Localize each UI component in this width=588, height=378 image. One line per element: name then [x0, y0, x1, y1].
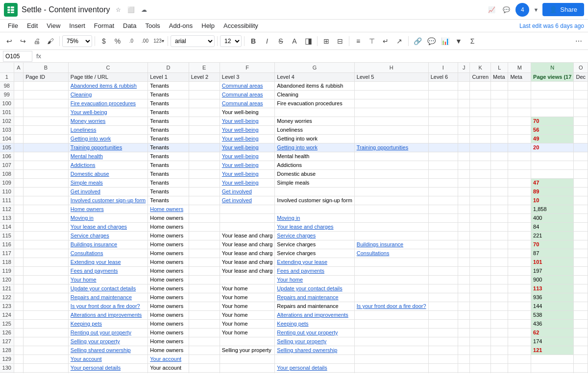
link-110-5[interactable]: Get involved	[222, 189, 252, 194]
col-G-header[interactable]: G	[275, 63, 354, 72]
col-N-header[interactable]: N	[531, 63, 574, 72]
link-button[interactable]: 🔗	[411, 35, 424, 47]
col-K-header[interactable]: K	[470, 63, 491, 72]
link-109-2[interactable]: Simple meals	[71, 180, 103, 186]
link-111-2[interactable]: Involved customer sign-up form	[71, 197, 146, 203]
link-114-6[interactable]: Your lease and charges	[277, 224, 333, 230]
link-105-2[interactable]: Training opportunities	[71, 144, 122, 150]
chart-button[interactable]: 📊	[439, 35, 451, 47]
link-123-2[interactable]: Is your front door a fire door?	[71, 303, 140, 309]
link-121-6[interactable]: Update your contact details	[277, 285, 342, 291]
link-119-2[interactable]: Fees and payments	[71, 268, 118, 274]
link-117-7[interactable]: Consultations	[357, 250, 390, 256]
menu-addons[interactable]: Add-ons	[165, 21, 196, 30]
link-99-2[interactable]: Cleaning	[71, 92, 92, 97]
link-120-2[interactable]: Your home	[71, 277, 97, 283]
number-format-button[interactable]: 123▾	[152, 35, 165, 47]
col-A-header[interactable]: A	[14, 63, 24, 72]
link-98-5[interactable]: Communal areas	[222, 83, 263, 89]
link-109-5[interactable]: Your well-being	[222, 180, 259, 186]
link-115-2[interactable]: Service charges	[71, 233, 109, 238]
col-B-header[interactable]: B	[24, 63, 69, 72]
rotate-button[interactable]: ↗	[393, 35, 406, 47]
link-104-2[interactable]: Getting into work	[71, 136, 111, 142]
link-126-6[interactable]: Renting out your property	[277, 330, 338, 335]
menu-tools[interactable]: Tools	[141, 21, 164, 30]
link-104-5[interactable]: Your well-being	[222, 136, 259, 142]
link-130-6[interactable]: Your personal details	[277, 365, 327, 371]
formula-input[interactable]	[45, 52, 585, 61]
user-avatar[interactable]: 4	[515, 3, 529, 17]
undo-button[interactable]: ↩	[3, 35, 16, 47]
comment-add-button[interactable]: 💬	[425, 35, 438, 47]
col-D-header[interactable]: D	[148, 63, 189, 72]
cell-reference-input[interactable]	[3, 51, 32, 62]
more-button[interactable]: ⋯	[572, 35, 585, 47]
link-128-6[interactable]: Selling shared ownership	[277, 347, 337, 353]
menu-accessibility[interactable]: Accessibility	[220, 21, 262, 30]
link-116-2[interactable]: Buildings insurance	[71, 241, 117, 247]
link-107-5[interactable]: Your well-being	[222, 162, 259, 168]
col-C-header[interactable]: C	[68, 63, 147, 72]
link-103-5[interactable]: Your well-being	[222, 127, 259, 133]
link-112-2[interactable]: Home owners	[71, 206, 104, 212]
link-129-3[interactable]: Your account	[150, 356, 181, 362]
link-99-5[interactable]: Communal areas	[222, 92, 263, 97]
col-M-header[interactable]: M	[508, 63, 531, 72]
function-button[interactable]: Σ	[466, 35, 479, 47]
spreadsheet-container[interactable]: A B C D E F G H I J K L M N O 1Page IDPa…	[0, 63, 588, 373]
strikethrough-button[interactable]: S	[274, 35, 287, 47]
zoom-select[interactable]: 75% 100%	[62, 35, 92, 47]
col-I-header[interactable]: I	[428, 63, 458, 72]
col-H-header[interactable]: H	[354, 63, 428, 72]
link-122-6[interactable]: Repairs and maintenance	[277, 294, 338, 300]
font-size-select[interactable]: 12	[220, 35, 242, 47]
decimal-more-button[interactable]: .00	[139, 35, 151, 47]
col-L-header[interactable]: L	[491, 63, 508, 72]
link-107-2[interactable]: Addictions	[71, 162, 96, 168]
italic-button[interactable]: I	[261, 35, 273, 47]
borders-button[interactable]: ⊞	[320, 35, 333, 47]
share-button[interactable]: 👤 Share	[542, 3, 584, 16]
link-125-2[interactable]: Keeping pets	[71, 321, 102, 327]
menu-insert[interactable]: Insert	[65, 21, 89, 30]
link-118-2[interactable]: Extending your lease	[71, 259, 121, 265]
link-120-6[interactable]: Your home	[277, 277, 303, 283]
decimal-less-button[interactable]: .0	[125, 35, 138, 47]
bold-button[interactable]: B	[247, 35, 260, 47]
col-O-header[interactable]: O	[574, 63, 588, 72]
col-F-header[interactable]: F	[220, 63, 275, 72]
menu-file[interactable]: File	[4, 21, 22, 30]
menu-edit[interactable]: Edit	[23, 21, 42, 30]
link-127-2[interactable]: Selling your property	[71, 338, 120, 344]
link-111-5[interactable]: Get involved	[222, 197, 252, 203]
link-130-2[interactable]: Your personal details	[71, 365, 121, 371]
link-121-2[interactable]: Update your contact details	[71, 285, 136, 291]
link-105-6[interactable]: Getting into work	[277, 144, 318, 150]
valign-button[interactable]: ⊤	[366, 35, 378, 47]
currency-button[interactable]: $	[98, 35, 110, 47]
align-button[interactable]: ≡	[352, 35, 365, 47]
folder-icon[interactable]: ⬜	[126, 4, 137, 15]
link-114-2[interactable]: Your lease and charges	[71, 224, 127, 230]
link-128-2[interactable]: Selling shared ownership	[71, 347, 131, 353]
filter-button[interactable]: ▼	[452, 35, 465, 47]
link-124-2[interactable]: Alterations and improvements	[71, 312, 142, 318]
link-102-2[interactable]: Money worries	[71, 118, 106, 124]
link-124-6[interactable]: Alterations and improvements	[277, 312, 348, 318]
activity-icon[interactable]: 📈	[486, 4, 497, 15]
link-112-3[interactable]: Home owners	[150, 206, 183, 212]
link-100-2[interactable]: Fire evacuation procedures	[71, 100, 136, 106]
cloud-icon[interactable]: ☁	[139, 4, 149, 15]
link-100-5[interactable]: Communal areas	[222, 100, 263, 106]
redo-button[interactable]: ↪	[17, 35, 29, 47]
link-127-6[interactable]: Selling your property	[277, 338, 326, 344]
link-123-7[interactable]: Is your front door a fire door?	[357, 303, 426, 309]
link-106-5[interactable]: Your well-being	[222, 153, 259, 159]
menu-format[interactable]: Format	[90, 21, 118, 30]
merge-button[interactable]: ⊟	[334, 35, 346, 47]
font-select[interactable]: arial	[171, 35, 215, 47]
link-106-2[interactable]: Mental health	[71, 153, 103, 159]
menu-data[interactable]: Data	[119, 21, 140, 30]
link-115-6[interactable]: Service charges	[277, 233, 316, 238]
